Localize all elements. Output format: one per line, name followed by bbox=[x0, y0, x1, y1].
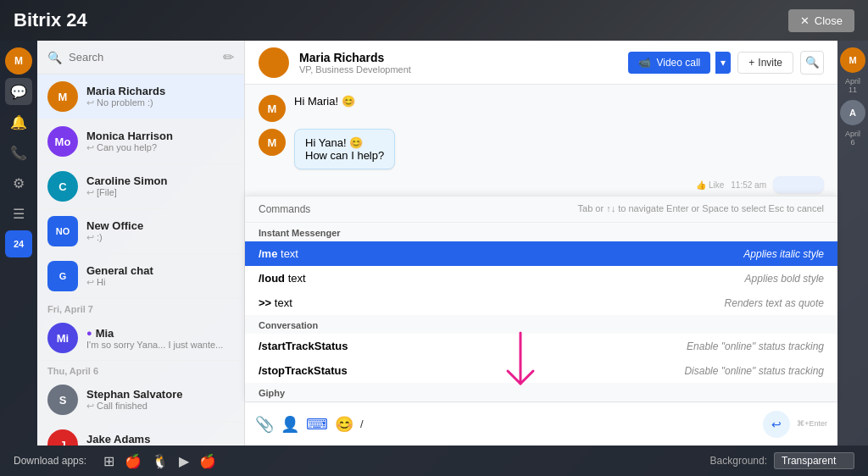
chat-preview: ↩ Call finished bbox=[86, 401, 234, 412]
video-icon: 📹 bbox=[638, 57, 651, 69]
settings-icon-btn[interactable]: ⚙ bbox=[5, 169, 32, 196]
plus-icon: + bbox=[748, 57, 754, 69]
command-item-stoptrack[interactable]: /stopTrackStatus Disable "online" status… bbox=[245, 358, 837, 383]
icon-bar: M 💬 🔔 📞 ⚙ ☰ 24 bbox=[0, 41, 37, 446]
chat-preview: ↩ [File] bbox=[86, 187, 234, 198]
avatar: S bbox=[47, 385, 78, 415]
chat-info: Monica Harrison ↩ Can you help? bbox=[86, 130, 234, 153]
message-row-highlight: M Hi Yana! 😊How can I help? bbox=[259, 129, 824, 169]
close-button[interactable]: ✕ Close bbox=[788, 9, 854, 32]
chat-preview: ↩ Hi bbox=[86, 277, 234, 288]
b24-logo[interactable]: 24 bbox=[5, 230, 32, 257]
msg-bubble bbox=[773, 176, 824, 193]
sidebar-search-bar: 🔍 ✏ bbox=[37, 41, 244, 75]
chat-preview: ↩ No problem :) bbox=[86, 97, 234, 108]
chat-header-info: Maria Richards VP, Business Development bbox=[299, 51, 411, 75]
avatar: J bbox=[47, 429, 78, 446]
message-input[interactable] bbox=[360, 418, 756, 430]
send-hint: ⌘+Enter bbox=[797, 419, 827, 429]
chat-name: ● Mia bbox=[86, 327, 234, 340]
chat-item-newoffice[interactable]: NO New Office ↩ :) bbox=[37, 209, 244, 254]
compose-icon[interactable]: ✏ bbox=[223, 49, 234, 65]
cmd-name: /me text bbox=[259, 247, 411, 260]
bg-label: Background: bbox=[710, 455, 767, 467]
chat-icon-btn[interactable]: 💬 bbox=[5, 78, 32, 105]
tasks-icon-btn[interactable]: ☰ bbox=[5, 200, 32, 227]
chat-info: Maria Richards ↩ No problem :) bbox=[86, 85, 234, 108]
chat-item-caroline[interactable]: C Caroline Simon ↩ [File] bbox=[37, 164, 244, 209]
command-item-quote[interactable]: >> text Renders text as quote bbox=[245, 291, 837, 315]
command-item-loud[interactable]: /loud text Applies bold style bbox=[245, 266, 837, 291]
video-call-button[interactable]: 📹 Video call bbox=[628, 52, 710, 74]
conversation-section: Conversation bbox=[245, 315, 837, 334]
google-play-icon[interactable]: ▶ bbox=[179, 453, 189, 469]
chat-name: General chat bbox=[86, 264, 234, 277]
linux-icon[interactable]: 🐧 bbox=[152, 453, 169, 469]
sidebar: 🔍 ✏ M Maria Richards ↩ No problem :) Mo … bbox=[37, 41, 245, 446]
phone-icon-btn[interactable]: 📞 bbox=[5, 139, 32, 166]
avatar: Mi bbox=[47, 323, 78, 353]
app-title: Bitrix 24 bbox=[14, 9, 87, 31]
cmd-name: >> text bbox=[259, 296, 411, 309]
apple-icon[interactable]: 🍎 bbox=[125, 453, 142, 469]
msg-bubble: Hi Maria! 😊 bbox=[294, 95, 355, 108]
avatar: G bbox=[47, 261, 78, 291]
command-nav-hint: Tab or ↑↓ to navigate Enter or Space to … bbox=[578, 203, 824, 215]
msg-avatar: M bbox=[259, 129, 286, 156]
message-row-own: 👍 Like 11:52 am bbox=[259, 176, 824, 193]
like-button[interactable]: 👍 Like bbox=[696, 180, 724, 190]
chat-preview: ↩ Can you help? bbox=[86, 142, 234, 153]
search-messages-button[interactable]: 🔍 bbox=[800, 51, 824, 75]
chat-item-stephan[interactable]: S Stephan Salvatore ↩ Call finished bbox=[37, 378, 244, 423]
attach-icon-btn[interactable]: 📎 bbox=[255, 415, 274, 434]
user-avatar[interactable]: M bbox=[5, 47, 32, 75]
cmd-desc: Disable "online" status tracking bbox=[684, 365, 824, 377]
chat-item-monica[interactable]: Mo Monica Harrison ↩ Can you help? bbox=[37, 119, 244, 164]
chat-header: Maria Richards VP, Business Development … bbox=[245, 41, 837, 85]
chat-contact-name: Maria Richards bbox=[299, 51, 411, 64]
chat-item-generalchat[interactable]: G General chat ↩ Hi bbox=[37, 254, 244, 299]
command-item-me[interactable]: /me text Applies italic style bbox=[245, 241, 837, 266]
background-selector: Background: Transparent Dark Light bbox=[710, 452, 854, 469]
emoji-icon-btn[interactable]: 😊 bbox=[335, 415, 353, 434]
command-icon-btn[interactable]: ⌨ bbox=[306, 415, 328, 434]
msg-text: Hi Maria! 😊 bbox=[294, 95, 355, 108]
chat-item-maria[interactable]: M Maria Richards ↩ No problem :) bbox=[37, 75, 244, 119]
close-x-icon: ✕ bbox=[800, 14, 810, 27]
video-call-dropdown[interactable]: ▾ bbox=[715, 52, 731, 74]
windows-icon[interactable]: ⊞ bbox=[103, 453, 114, 469]
chat-name: Maria Richards bbox=[86, 85, 234, 97]
cmd-desc: Applies bold style bbox=[745, 273, 824, 285]
avatar: C bbox=[47, 171, 78, 202]
chat-area: Maria Richards VP, Business Development … bbox=[245, 41, 837, 446]
invite-button[interactable]: + Invite bbox=[737, 52, 793, 74]
command-item-starttrack[interactable]: /startTrackStatus Enable "online" status… bbox=[245, 334, 837, 358]
cmd-desc: Renders text as quote bbox=[725, 297, 824, 309]
mention-icon-btn[interactable]: 👤 bbox=[281, 415, 299, 434]
bg-select[interactable]: Transparent Dark Light bbox=[774, 452, 854, 469]
chat-item-mia[interactable]: Mi ● Mia I'm so sorry Yana... I just wan… bbox=[37, 316, 244, 361]
rp-avatar: M bbox=[840, 47, 865, 73]
cmd-desc: Enable "online" status tracking bbox=[687, 340, 824, 352]
chat-name: Monica Harrison bbox=[86, 130, 234, 142]
chat-info: New Office ↩ :) bbox=[86, 219, 234, 243]
send-button[interactable]: ↩ bbox=[763, 411, 790, 438]
chat-header-actions: 📹 Video call ▾ + Invite 🔍 bbox=[628, 51, 824, 75]
search-icon: 🔍 bbox=[47, 51, 62, 64]
notifications-icon-btn[interactable]: 🔔 bbox=[5, 108, 32, 136]
message-row: M Hi Maria! 😊 bbox=[259, 95, 824, 122]
app-store-icon[interactable]: 🍎 bbox=[199, 453, 216, 469]
app-window: Bitrix 24 ✕ Close M 💬 🔔 📞 ⚙ ☰ 24 🔍 ✏ bbox=[0, 0, 868, 476]
avatar: Mo bbox=[47, 126, 78, 157]
chat-item-jake[interactable]: J Jake Adams ↩ Not now bbox=[37, 423, 244, 446]
msg-bubble: Hi Yana! 😊How can I help? bbox=[294, 129, 395, 169]
chat-contact-role: VP, Business Development bbox=[299, 64, 411, 75]
chat-name: New Office bbox=[86, 219, 234, 232]
bottom-bar: Download apps: ⊞ 🍎 🐧 ▶ 🍎 Background: Tra… bbox=[0, 446, 868, 476]
date-separator-thursday: Thu, April 6 bbox=[37, 361, 244, 378]
cmd-name: /stopTrackStatus bbox=[259, 364, 411, 377]
cmd-name: /startTrackStatus bbox=[259, 340, 411, 352]
search-input[interactable] bbox=[69, 51, 216, 64]
chat-header-avatar bbox=[259, 47, 289, 78]
commands-title: Commands bbox=[259, 203, 310, 215]
